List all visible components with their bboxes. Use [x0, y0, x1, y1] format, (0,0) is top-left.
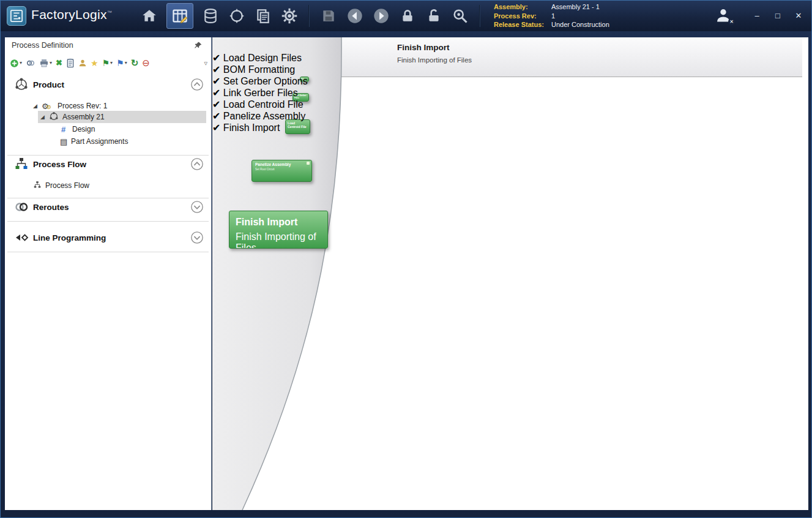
process-rev-value: 1 [551, 12, 555, 21]
dropdown-arrow-icon: ▾ [110, 58, 113, 68]
minimize-button[interactable]: – [751, 10, 762, 21]
process-definition-button[interactable] [166, 3, 193, 29]
factorylogix-logo-icon [7, 6, 26, 26]
user-x-badge-icon: ✕ [728, 18, 735, 25]
flag-blue-button[interactable]: ⚑▾ [116, 58, 127, 68]
checkbox-checked-icon: ✔ [212, 122, 220, 133]
user-logout-button[interactable]: ✕ [715, 7, 733, 25]
section-label: Process Flow [33, 160, 86, 169]
tree-item-part-assignments[interactable]: ▤ Part Assignments [5, 135, 211, 148]
print-button[interactable]: ▾ [39, 58, 52, 68]
remove-button[interactable]: ⊖ [142, 58, 150, 68]
separator [7, 252, 209, 252]
vertical-scrollbar[interactable]: ▲ ▼ [212, 479, 808, 501]
product-icon [13, 77, 29, 92]
unlock-button[interactable] [425, 7, 443, 25]
application-window: FactoryLogix™ [0, 0, 812, 518]
tree-item-process-flow[interactable]: Process Flow [5, 179, 211, 192]
toolbar-separator [308, 5, 310, 27]
home-button[interactable] [140, 7, 158, 25]
expander-icon[interactable]: ◢ [33, 103, 37, 109]
checkbox-checked-icon: ✔ [212, 53, 220, 63]
list-item: ✔ Load Design Files [212, 52, 808, 64]
section-label: Line Programming [33, 233, 106, 242]
checkbox-checked-icon: ✔ [212, 99, 220, 110]
settings-gear-button[interactable] [280, 7, 299, 25]
back-button[interactable]: Back [212, 438, 265, 452]
sidebar-section-reroutes[interactable]: Reroutes [5, 198, 211, 216]
process-flow-item-icon [33, 181, 42, 191]
refresh-icon: ↻ [131, 58, 139, 68]
wizard-step-finish-import[interactable]: Finish Import Finish Importing of Files … [229, 211, 328, 249]
dropdown-arrow-icon: ▾ [125, 58, 127, 68]
tree-item-label: Process Flow [45, 181, 89, 190]
favorites-button[interactable]: ★ [91, 58, 99, 68]
checkbox-checked-icon: ✔ [212, 111, 220, 121]
back-nav-button[interactable] [346, 7, 364, 25]
expand-down-icon[interactable] [190, 200, 204, 214]
dropdown-arrow-icon: ▾ [50, 58, 52, 68]
wizard-step-panelize-assembly[interactable]: Panelize Assembly Set Root Circuit [251, 160, 312, 182]
tree-item-design[interactable]: # Design [5, 123, 211, 135]
next-button[interactable]: Next [212, 452, 265, 467]
flag-green-button[interactable]: ⚑▾ [102, 58, 113, 68]
toolbar-separator [479, 5, 480, 27]
collapse-up-icon[interactable] [190, 78, 204, 91]
cross-icon: ✖ [56, 58, 62, 68]
maximize-button[interactable]: □ [772, 10, 783, 21]
data-stack-button[interactable] [201, 7, 220, 25]
reroutes-icon [13, 199, 29, 215]
overflow-icon: ▿ [204, 58, 207, 68]
close-button[interactable]: ✕ [793, 10, 804, 21]
completed-options-list: ✔ Load Design Files ✔ BOM Formatting ✔ S… [212, 52, 808, 133]
section-label: Reroutes [33, 203, 69, 212]
lock-button[interactable] [398, 7, 417, 25]
tree-item-assembly-21[interactable]: ◢ Assembly 21 [5, 111, 211, 123]
process-definition-panel: Process Definition ▾ ▾ ✖ ★ ⚑ [5, 37, 212, 510]
refresh-button[interactable]: ↻ [131, 58, 139, 68]
remove-icon: ⊖ [142, 58, 150, 68]
release-status-label: Release Status: [494, 20, 551, 29]
list-item: ✔ Load Centroid File [212, 99, 808, 110]
wizard-main-area: Finish Import Finish Importing of Files … [212, 37, 808, 510]
cut-button[interactable]: ✖ [56, 58, 62, 68]
import-button[interactable]: ✔ Import [212, 467, 272, 479]
scroll-down-icon[interactable]: ▼ [212, 490, 222, 500]
app-name: FactoryLogix™ [31, 7, 112, 22]
link-button[interactable] [26, 58, 35, 68]
scroll-up-icon[interactable]: ▲ [212, 479, 222, 489]
expander-icon[interactable]: ◢ [40, 114, 45, 120]
flag-icon: ⚑ [102, 58, 110, 68]
process-flow-icon [13, 156, 29, 172]
dropdown-arrow-icon: ▾ [20, 58, 22, 68]
tree-item-label: Design [72, 125, 95, 133]
user-icon[interactable] [78, 59, 87, 67]
documents-button[interactable] [254, 7, 272, 25]
line-programming-icon [13, 230, 29, 246]
sidebar-section-line-programming[interactable]: Line Programming [5, 229, 211, 246]
checkbox-checked-icon: ✔ [212, 64, 220, 75]
tree-item-label: Process Rev: 1 [58, 102, 107, 110]
sidebar-section-product[interactable]: Product [5, 76, 211, 93]
assembly-value: Assembly 21 - 1 [551, 2, 600, 12]
list-item: ✔ Finish Import [212, 122, 808, 133]
save-button[interactable] [319, 7, 338, 25]
sidebar-section-process-flow[interactable]: Process Flow [5, 156, 211, 173]
list-item: ✔ Panelize Assembly [212, 110, 808, 122]
expand-down-icon[interactable] [190, 231, 204, 244]
audit-search-button[interactable] [451, 7, 469, 25]
paste-button[interactable] [66, 58, 75, 68]
toolbar-overflow-button[interactable]: ▿ [204, 58, 207, 68]
add-button[interactable]: ▾ [10, 58, 22, 68]
list-item: ✔ Link Gerber Files [212, 87, 808, 99]
titlebar: FactoryLogix™ [1, 1, 811, 31]
trademark: ™ [107, 10, 112, 15]
forward-nav-button[interactable] [372, 7, 390, 25]
sidebar-toolbar: ▾ ▾ ✖ ★ ⚑▾ ⚑▾ ↻ ⊖ ▿ [10, 56, 207, 70]
assembly-icon [49, 111, 59, 123]
navigate-button[interactable] [228, 7, 246, 25]
import-check-icon: ✔ [212, 468, 220, 478]
collapse-up-icon[interactable] [190, 157, 204, 171]
pin-icon[interactable] [194, 41, 204, 51]
tree-item-process-rev[interactable]: ◢ ⚙⚙ Process Rev: 1 [5, 100, 211, 112]
